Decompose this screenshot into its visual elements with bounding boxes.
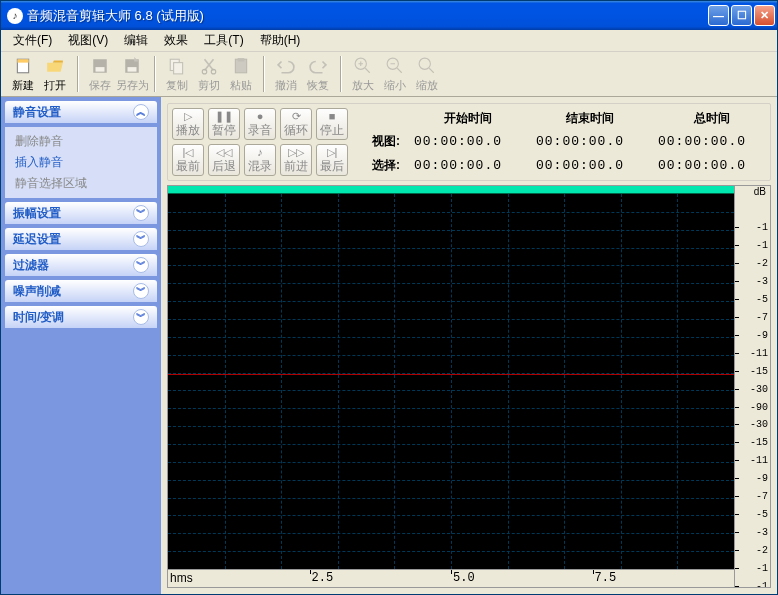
zoomin-icon [353,56,373,76]
open-button[interactable]: 打开 [39,54,71,95]
db-label: -7 [756,312,768,323]
db-label: -11 [750,348,768,359]
db-label: -1 [756,240,768,251]
transport-panel: ▷播放❚❚暂停●录音⟳循环■停止|◁最前◁◁后退♪混录▷▷前进▷|最后 开始时间… [167,103,771,181]
db-label: -1 [756,581,768,588]
db-label: -9 [756,473,768,484]
waveform-redline [168,374,734,375]
loop-button[interactable]: ⟳循环 [280,108,312,140]
cut-icon [199,56,219,76]
chevron-down-icon: ︾ [133,309,149,325]
window-title: 音频混音剪辑大师 6.8 (试用版) [27,7,708,25]
db-label: -90 [750,402,768,413]
time-header: 总时间 [658,110,766,127]
mix-button[interactable]: ♪混录 [244,144,276,176]
copy-icon [167,56,187,76]
db-unit-label: dB [754,186,766,197]
db-label: -5 [756,294,768,305]
svg-rect-1 [17,59,28,62]
open-icon [45,56,65,76]
db-label: -7 [756,491,768,502]
time-tick-label: 7.5 [595,571,617,585]
db-label: -5 [756,509,768,520]
db-label: -15 [750,366,768,377]
time-value-1-2: 00:00:00.0 [658,158,766,173]
svg-rect-11 [238,58,245,61]
panel-head-0[interactable]: 静音设置︽ [5,101,157,123]
maximize-button[interactable]: ☐ [731,5,752,26]
time-value-1-0: 00:00:00.0 [414,158,522,173]
time-value-0-1: 00:00:00.0 [536,134,644,149]
svg-point-14 [419,58,430,69]
zoomfit-button: 缩放 [411,54,443,95]
record-button[interactable]: ●录音 [244,108,276,140]
saveas-button: 另存为 [116,54,148,95]
panel-head-4[interactable]: 噪声削减︾ [5,280,157,302]
rewind-button[interactable]: ◁◁后退 [208,144,240,176]
db-label: -11 [750,455,768,466]
time-axis: hms2.55.07.5 [168,569,734,587]
new-icon [13,56,33,76]
title-bar: ♪ 音频混音剪辑大师 6.8 (试用版) — ☐ ✕ [1,1,777,30]
db-label: -2 [756,545,768,556]
save-icon [90,56,110,76]
time-tick-label: 5.0 [453,571,475,585]
play-button[interactable]: ▷播放 [172,108,204,140]
time-value-0-2: 00:00:00.0 [658,134,766,149]
menu-item-5[interactable]: 帮助(H) [252,30,309,51]
time-header: 结束时间 [536,110,644,127]
cut-button: 剪切 [193,54,225,95]
minimize-button[interactable]: — [708,5,729,26]
panel-head-1[interactable]: 振幅设置︾ [5,202,157,224]
db-label: -3 [756,276,768,287]
chevron-down-icon: ︾ [133,283,149,299]
svg-rect-7 [174,62,183,73]
menu-item-3[interactable]: 效果 [156,30,196,51]
db-scale: dB-1-1-2-3-5-7-9-11-15-30-90-30-15-11-9-… [734,186,770,587]
menu-bar: 文件(F)视图(V)编辑效果工具(T)帮助(H) [1,30,777,52]
menu-item-0[interactable]: 文件(F) [5,30,60,51]
menu-item-4[interactable]: 工具(T) [196,30,251,51]
menu-item-1[interactable]: 视图(V) [60,30,116,51]
db-label: -9 [756,330,768,341]
last-button[interactable]: ▷|最后 [316,144,348,176]
chevron-down-icon: ︾ [133,231,149,247]
close-button[interactable]: ✕ [754,5,775,26]
db-label: -1 [756,222,768,233]
time-row-label-0: 视图: [360,133,400,150]
svg-rect-5 [128,67,137,72]
panel-body-0: 删除静音插入静音静音选择区域 [5,127,157,198]
db-label: -3 [756,527,768,538]
time-info: 开始时间结束时间总时间视图:00:00:00.000:00:00.000:00:… [360,108,766,176]
save-button: 保存 [84,54,116,95]
panel-head-2[interactable]: 延迟设置︾ [5,228,157,250]
chevron-down-icon: ︾ [133,205,149,221]
db-label: -30 [750,384,768,395]
panel-head-3[interactable]: 过滤器︾ [5,254,157,276]
sidebar: 静音设置︽删除静音插入静音静音选择区域振幅设置︾延迟设置︾过滤器︾噪声削减︾时间… [1,97,161,594]
zoomfit-icon [417,56,437,76]
sidebar-link-0-2: 静音选择区域 [15,175,147,192]
sidebar-link-0-0: 删除静音 [15,133,147,150]
copy-button: 复制 [161,54,193,95]
waveform-header-strip [168,186,734,194]
new-button[interactable]: 新建 [7,54,39,95]
menu-item-2[interactable]: 编辑 [116,30,156,51]
undo-button: 撤消 [270,54,302,95]
sidebar-link-0-1[interactable]: 插入静音 [15,154,147,171]
time-header: 开始时间 [414,110,522,127]
pause-button[interactable]: ❚❚暂停 [208,108,240,140]
paste-icon [231,56,251,76]
db-label: -1 [756,563,768,574]
first-button[interactable]: |◁最前 [172,144,204,176]
db-label: -30 [750,419,768,430]
panel-head-5[interactable]: 时间/变调︾ [5,306,157,328]
zoomout-icon [385,56,405,76]
forward-button[interactable]: ▷▷前进 [280,144,312,176]
db-label: -15 [750,437,768,448]
zoomout-button: 缩小 [379,54,411,95]
stop-button[interactable]: ■停止 [316,108,348,140]
app-icon: ♪ [7,8,23,24]
waveform-display[interactable]: hms2.55.07.5 dB-1-1-2-3-5-7-9-11-15-30-9… [167,185,771,588]
time-value-0-0: 00:00:00.0 [414,134,522,149]
